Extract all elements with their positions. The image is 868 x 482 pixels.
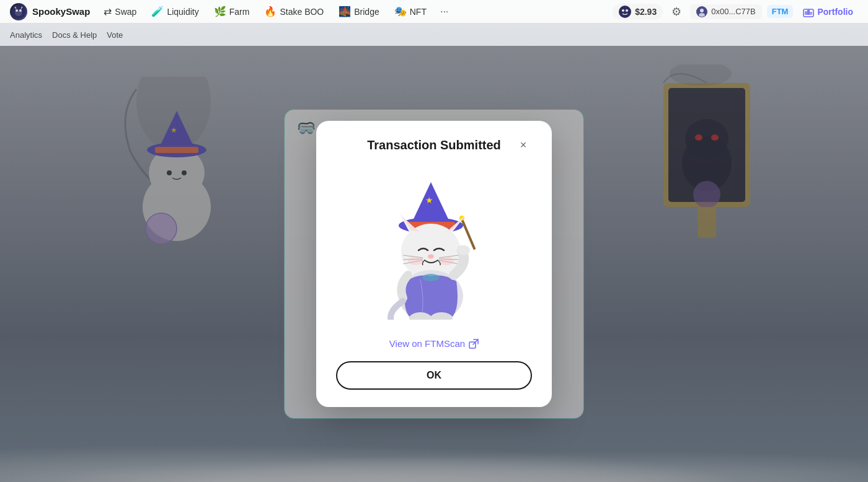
chain-badge[interactable]: FTM [767, 5, 794, 18]
nav-label-bridge: Bridge [354, 7, 379, 17]
nav-item-nft[interactable]: 🎭 NFT [388, 3, 433, 20]
svg-point-45 [428, 255, 434, 259]
svg-point-6 [626, 9, 628, 12]
price-value: $2.93 [635, 7, 657, 17]
view-on-ftmscan-link[interactable]: View on FTMScan [336, 338, 532, 349]
nav-right: $2.93 ⚙ 0x00...C77B FTM Portfolio [613, 3, 858, 20]
svg-point-3 [19, 9, 22, 12]
svg-rect-12 [807, 10, 810, 15]
liquidity-icon: 🧪 [151, 6, 164, 17]
subnav-analytics[interactable]: Analytics [10, 28, 42, 42]
modal-overlay: Transaction Submitted × ★ [0, 46, 868, 482]
wallet-address-button[interactable]: 0x00...C77B [690, 4, 762, 19]
logo[interactable]: SpookySwap [10, 3, 90, 20]
svg-rect-11 [805, 11, 807, 15]
modal-title: Transaction Submitted [367, 138, 501, 152]
wallet-icon [696, 6, 707, 17]
brand-name: SpookySwap [32, 6, 90, 17]
subnav-docs-help[interactable]: Docs & Help [52, 28, 97, 42]
wizard-cat-image: ★ [372, 177, 496, 320]
svg-point-9 [699, 13, 705, 17]
stake-icon: 🔥 [264, 6, 277, 17]
subnav-vote[interactable]: Vote [107, 28, 123, 42]
more-menu-button[interactable]: ··· [435, 4, 453, 20]
settings-button[interactable]: ⚙ [668, 3, 685, 20]
svg-rect-13 [810, 12, 812, 15]
external-link-icon [469, 339, 479, 349]
nav-item-farm[interactable]: 🌿 Farm [208, 3, 256, 20]
settings-icon: ⚙ [671, 5, 681, 19]
nav-item-swap[interactable]: ⇄ Swap [97, 3, 143, 20]
modal-illustration: ★ [336, 165, 532, 338]
nav-label-swap: Swap [115, 7, 136, 17]
nav-label-farm: Farm [229, 7, 250, 17]
portfolio-button[interactable]: Portfolio [798, 4, 858, 19]
nav-label-liquidity: Liquidity [167, 7, 198, 17]
svg-line-38 [462, 219, 474, 248]
boo-token-icon [619, 6, 631, 18]
view-ftmscan-label: View on FTMScan [389, 338, 465, 349]
svg-point-55 [422, 274, 440, 281]
svg-point-53 [439, 256, 454, 265]
nft-icon: 🎭 [394, 6, 407, 17]
close-button[interactable]: × [515, 137, 532, 154]
main-area: ★ [0, 46, 868, 482]
modal-header: Transaction Submitted × [336, 138, 532, 152]
transaction-submitted-modal: Transaction Submitted × ★ [316, 121, 552, 407]
wallet-address: 0x00...C77B [711, 7, 756, 16]
nav-label-nft: NFT [410, 7, 427, 17]
svg-point-2 [16, 9, 18, 12]
nav-item-liquidity[interactable]: 🧪 Liquidity [145, 3, 205, 20]
svg-point-8 [700, 9, 704, 12]
nav-item-stake-boo[interactable]: 🔥 Stake BOO [258, 3, 330, 20]
bridge-icon: 🌉 [339, 6, 351, 17]
svg-point-56 [458, 245, 470, 255]
subnav: Analytics Docs & Help Vote [0, 24, 868, 46]
navbar: SpookySwap ⇄ Swap 🧪 Liquidity 🌿 Farm 🔥 S… [0, 0, 868, 24]
portfolio-label: Portfolio [817, 7, 853, 17]
svg-point-5 [622, 9, 624, 12]
portfolio-icon [803, 6, 814, 17]
ok-button[interactable]: OK [336, 361, 532, 390]
logo-icon [10, 3, 27, 20]
price-badge[interactable]: $2.93 [613, 4, 663, 20]
swap-icon: ⇄ [104, 6, 112, 17]
nav-item-bridge[interactable]: 🌉 Bridge [332, 3, 385, 20]
svg-point-52 [408, 256, 423, 265]
svg-text:★: ★ [425, 195, 433, 205]
nav-label-stake: Stake BOO [280, 7, 324, 17]
svg-point-4 [619, 6, 631, 18]
farm-icon: 🌿 [214, 6, 226, 17]
